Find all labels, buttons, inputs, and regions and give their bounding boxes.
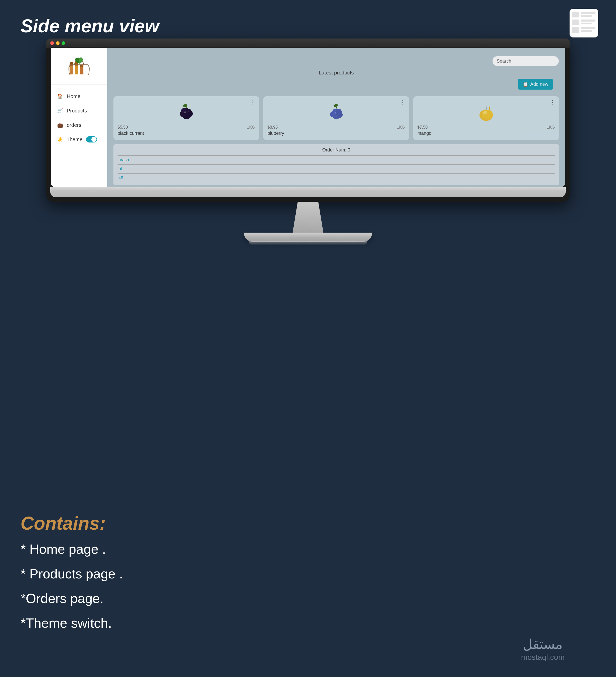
product-card-0: ⋮: [113, 96, 259, 140]
sidebar-theme-label: Theme: [66, 137, 82, 142]
svg-rect-3: [580, 15, 592, 17]
contains-section: Contains: * Home page . * Products page …: [20, 513, 123, 631]
svg-point-38: [333, 114, 334, 116]
sidebar-item-home[interactable]: 🏠 Home: [51, 90, 107, 103]
orders-title: Order Num: 0: [117, 147, 555, 153]
order-row-2: 48: [117, 173, 555, 182]
svg-point-37: [335, 116, 337, 117]
product-name-1: bluberry: [268, 131, 405, 136]
sidebar-item-orders[interactable]: 💼 orders: [51, 118, 107, 132]
svg-point-39: [335, 112, 336, 114]
main-content: 🔍 Latest products 📋 Add new: [107, 43, 565, 187]
stand-reflection: [249, 241, 367, 245]
sun-icon: ☀️: [57, 136, 63, 142]
svg-rect-4: [572, 19, 579, 25]
product-name-2: mango: [417, 131, 555, 136]
svg-rect-1: [572, 12, 579, 17]
theme-toggle[interactable]: [86, 136, 97, 142]
briefcase-icon: 💼: [57, 122, 63, 128]
monitor-screen: 🏠 Home 🛒 Products 💼 orders ☀️ Theme: [51, 43, 565, 187]
product-price-0: $5.50: [117, 125, 128, 130]
svg-rect-10: [69, 65, 73, 75]
monitor-silver-bezel: [50, 187, 566, 197]
svg-rect-7: [572, 27, 579, 33]
svg-rect-8: [580, 27, 596, 29]
monitor-bezel: 🏠 Home 🛒 Products 💼 orders ☀️ Theme: [46, 39, 570, 202]
cart-icon: 🛒: [57, 107, 63, 114]
black-currant-image: [176, 102, 197, 123]
product-info-2: $7.50 1KG: [417, 125, 555, 130]
product-price-1: $8.95: [268, 125, 278, 130]
main-header: 🔍: [107, 52, 565, 70]
sidebar-item-theme[interactable]: ☀️ Theme: [51, 133, 107, 146]
contains-title: Contains:: [20, 513, 123, 534]
sidebar-logo: [51, 52, 107, 85]
grocery-bag-icon: [67, 57, 91, 78]
contains-item-0: * Home page .: [20, 541, 123, 557]
stand-base: [244, 233, 372, 242]
monitor-stand: [46, 202, 570, 245]
svg-point-41: [333, 104, 338, 107]
sidebar-products-label: Products: [67, 108, 87, 114]
latest-products-label: Latest products: [107, 70, 565, 76]
sidebar-nav: 🏠 Home 🛒 Products 💼 orders ☀️ Theme: [51, 85, 107, 151]
mostaql-url: mostaql.com: [521, 653, 565, 662]
svg-rect-16: [80, 66, 83, 75]
product-price-2: $7.50: [417, 125, 428, 130]
product-weight-0: 1KG: [247, 125, 255, 130]
product-info-1: $8.95 1KG: [268, 125, 405, 130]
dot-green: [62, 41, 65, 45]
svg-rect-12: [70, 62, 73, 65]
product-card-2: ⋮: [413, 96, 559, 140]
products-grid: ⋮: [107, 96, 565, 140]
mostaql-logo: مستقل mostaql.com: [521, 636, 565, 662]
order-row-1: ot: [117, 164, 555, 173]
page-title: Side menu view: [20, 15, 159, 37]
toggle-knob: [91, 137, 96, 142]
svg-rect-17: [80, 65, 83, 67]
svg-point-28: [188, 111, 189, 112]
mango-image: [476, 102, 496, 123]
svg-point-36: [336, 109, 342, 115]
svg-point-43: [481, 109, 493, 119]
sidebar-home-label: Home: [67, 93, 80, 99]
svg-rect-13: [75, 65, 78, 75]
add-new-label: Add new: [530, 82, 548, 87]
product-menu-0[interactable]: ⋮: [250, 99, 256, 105]
orders-section: Order Num: 0 arash ot 48: [113, 144, 559, 185]
add-icon: 📋: [523, 81, 528, 87]
contains-item-1: * Products page .: [20, 566, 123, 582]
svg-rect-9: [580, 30, 592, 32]
contains-list: * Home page . * Products page . *Orders …: [20, 541, 123, 631]
blueberry-image: [326, 102, 346, 123]
search-bar[interactable]: 🔍: [492, 56, 559, 66]
mostaql-arabic: مستقل: [521, 636, 565, 652]
svg-rect-6: [580, 22, 592, 25]
sidebar-orders-label: orders: [67, 122, 81, 128]
product-weight-1: 1KG: [397, 125, 405, 130]
product-info-0: $5.50 1KG: [117, 125, 255, 130]
home-icon: 🏠: [57, 93, 63, 99]
order-row-0: arash: [117, 155, 555, 164]
search-input[interactable]: [492, 58, 559, 64]
menu-list-icon: [567, 8, 601, 39]
svg-rect-2: [580, 12, 596, 14]
sidebar-item-products[interactable]: 🛒 Products: [51, 104, 107, 117]
svg-point-27: [184, 111, 186, 113]
product-menu-1[interactable]: ⋮: [400, 99, 406, 105]
stand-neck: [282, 202, 334, 233]
monitor-section: 🏠 Home 🛒 Products 💼 orders ☀️ Theme: [46, 39, 570, 245]
contains-item-3: *Theme switch.: [20, 616, 123, 631]
product-menu-2[interactable]: ⋮: [550, 99, 556, 105]
dot-yellow: [56, 41, 59, 45]
svg-rect-5: [580, 19, 596, 21]
product-weight-2: 1KG: [547, 125, 555, 130]
monitor-topbar: [46, 39, 570, 48]
add-new-button[interactable]: 📋 Add new: [518, 79, 553, 90]
product-card-1: ⋮: [263, 96, 409, 140]
product-name-0: black currant: [117, 131, 255, 136]
sidebar: 🏠 Home 🛒 Products 💼 orders ☀️ Theme: [51, 43, 107, 187]
svg-point-26: [186, 109, 191, 114]
dot-red: [50, 41, 54, 45]
contains-item-2: *Orders page.: [20, 591, 123, 606]
